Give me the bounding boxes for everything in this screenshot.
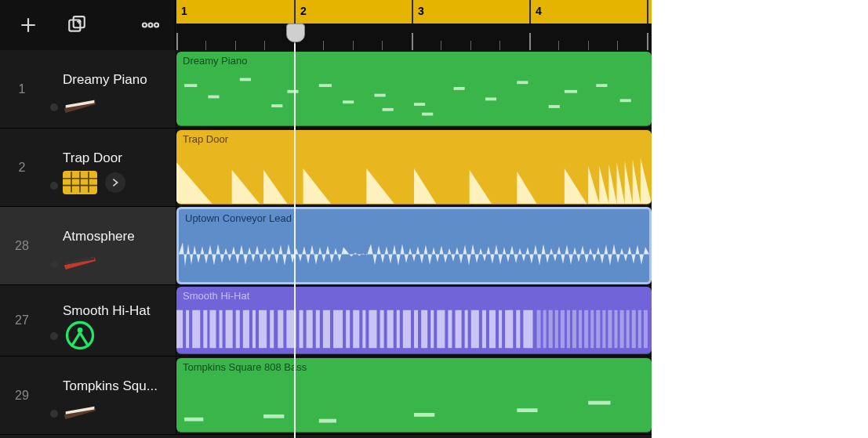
svg-marker-46: [565, 168, 587, 204]
svg-rect-57: [203, 310, 207, 348]
svg-rect-114: [184, 418, 203, 422]
midi-region[interactable]: Dreamy Piano: [176, 52, 652, 126]
arrange-area[interactable]: Dreamy Piano: [176, 50, 652, 438]
keyboard-red-icon: [63, 249, 97, 273]
svg-marker-51: [625, 161, 633, 204]
svg-rect-98: [555, 310, 558, 348]
midi-region[interactable]: Tompkins Square 808 Bass: [176, 358, 652, 433]
bar-marker[interactable]: 1: [176, 0, 294, 24]
more-options-button[interactable]: [138, 13, 163, 38]
svg-rect-22: [240, 78, 251, 81]
midi-region[interactable]: Trap Door: [176, 130, 652, 205]
svg-rect-108: [615, 310, 618, 348]
automation-dot[interactable]: [50, 103, 58, 111]
svg-rect-117: [414, 413, 434, 417]
beat-ruler[interactable]: [176, 24, 652, 51]
playhead[interactable]: [294, 24, 296, 438]
track-header[interactable]: 27 Smooth Hi-Hat: [0, 285, 176, 357]
automation-dot[interactable]: [50, 182, 58, 190]
track-header[interactable]: 1 Dreamy Piano: [0, 50, 176, 129]
svg-rect-37: [620, 99, 631, 102]
svg-rect-79: [397, 310, 400, 348]
svg-marker-41: [303, 168, 331, 204]
svg-marker-38: [176, 162, 212, 204]
svg-rect-90: [489, 310, 496, 348]
svg-rect-70: [316, 310, 320, 348]
svg-marker-44: [470, 170, 492, 204]
svg-point-2: [143, 24, 147, 27]
svg-marker-49: [608, 165, 616, 204]
svg-point-15: [78, 328, 83, 333]
duplicate-track-button[interactable]: [64, 13, 89, 38]
svg-rect-35: [565, 90, 577, 93]
svg-rect-63: [252, 310, 256, 348]
track-name: Atmosphere: [63, 229, 173, 244]
add-track-button[interactable]: [16, 13, 41, 38]
playhead-knob[interactable]: [286, 24, 305, 42]
svg-rect-106: [602, 310, 605, 348]
drum-green-icon: [63, 324, 97, 347]
svg-rect-71: [323, 310, 330, 348]
svg-rect-81: [414, 310, 418, 348]
automation-dot[interactable]: [50, 260, 58, 268]
svg-rect-23: [271, 104, 282, 107]
region-label: Tompkins Square 808 Bass: [183, 361, 307, 373]
svg-line-16: [71, 333, 80, 347]
svg-rect-73: [346, 310, 350, 348]
region-label: Smooth Hi-Hat: [183, 290, 249, 302]
bar-marker[interactable]: 2: [294, 0, 412, 24]
svg-rect-76: [369, 310, 376, 348]
track-number: 28: [15, 239, 29, 253]
bar-number: 4: [536, 5, 542, 17]
automation-dot[interactable]: [50, 332, 58, 340]
automation-dot[interactable]: [50, 410, 58, 418]
svg-rect-83: [430, 310, 434, 348]
svg-rect-33: [517, 81, 528, 84]
svg-rect-112: [638, 310, 641, 348]
svg-rect-80: [403, 310, 411, 348]
bar-ruler[interactable]: 1 2 3 4: [176, 0, 652, 25]
svg-rect-65: [270, 310, 274, 348]
midi-region[interactable]: Smooth Hi-Hat: [176, 287, 652, 354]
svg-rect-75: [362, 310, 365, 348]
track-name: Tompkins Squ...: [63, 378, 173, 394]
svg-marker-47: [588, 166, 599, 204]
svg-rect-77: [380, 310, 384, 348]
region-label: Trap Door: [183, 133, 228, 145]
svg-marker-48: [599, 166, 608, 204]
svg-rect-62: [243, 310, 249, 348]
track-header[interactable]: 29 Tompkins Squ...: [0, 357, 176, 435]
svg-rect-99: [561, 310, 565, 348]
svg-rect-111: [632, 310, 636, 348]
svg-point-4: [154, 24, 158, 27]
svg-rect-28: [383, 108, 394, 111]
svg-rect-59: [220, 310, 223, 348]
svg-rect-91: [499, 310, 502, 348]
audio-region[interactable]: Uptown Conveyor Lead: [176, 207, 652, 284]
track-header[interactable]: 28 Atmosphere: [0, 207, 176, 285]
svg-rect-58: [209, 310, 216, 348]
svg-marker-39: [232, 170, 260, 204]
bar-marker[interactable]: 4: [529, 0, 647, 24]
svg-rect-118: [517, 408, 537, 412]
track-number: 29: [15, 389, 29, 403]
keyboard-piano-icon: [63, 92, 97, 116]
svg-rect-54: [176, 310, 183, 348]
svg-rect-93: [516, 310, 520, 348]
svg-rect-115: [263, 414, 284, 418]
track-toolbar: [0, 0, 176, 50]
track-disclosure-button[interactable]: [105, 172, 125, 193]
track-name: Smooth Hi-Hat: [63, 303, 173, 319]
svg-point-3: [149, 24, 153, 27]
bar-marker[interactable]: 3: [412, 0, 529, 24]
svg-rect-27: [375, 94, 386, 97]
svg-rect-36: [596, 84, 607, 87]
svg-rect-24: [287, 90, 298, 93]
svg-rect-105: [596, 310, 600, 348]
svg-rect-60: [226, 310, 233, 348]
svg-rect-89: [482, 310, 486, 348]
svg-rect-55: [186, 310, 189, 348]
track-header[interactable]: 2 Trap Door: [0, 129, 176, 207]
svg-rect-74: [353, 310, 359, 348]
bar-number: 3: [418, 5, 424, 17]
